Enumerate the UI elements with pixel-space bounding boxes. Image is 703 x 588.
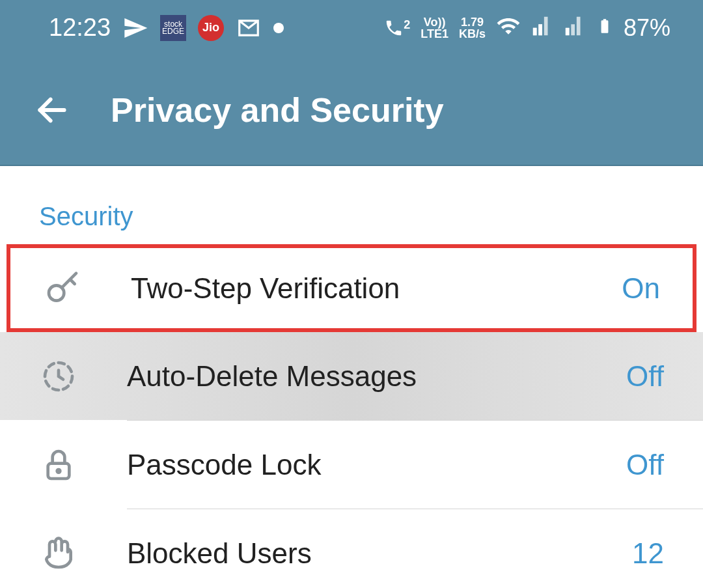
wifi-icon: [496, 14, 521, 42]
back-button[interactable]: [33, 91, 72, 130]
setting-label: Passcode Lock: [127, 449, 626, 481]
telegram-icon: [122, 15, 148, 41]
volte-indicator: Vo)) LTE1: [420, 16, 448, 40]
signal-icon-2: [564, 15, 586, 41]
arrow-left-icon: [34, 92, 70, 128]
setting-value: Off: [626, 360, 664, 393]
key-icon: [43, 269, 82, 308]
jio-icon: Jio: [198, 15, 224, 41]
page-title: Privacy and Security: [111, 91, 444, 130]
stockedge-icon: stock EDGE: [160, 15, 186, 41]
hand-icon: [39, 534, 78, 573]
setting-auto-delete-messages[interactable]: Auto-Delete Messages Off: [0, 332, 703, 420]
content: Security Two-Step Verification On Auto-D…: [0, 166, 703, 588]
svg-point-4: [57, 469, 61, 473]
notification-dot-icon: [273, 23, 284, 33]
lock-icon: [39, 445, 78, 484]
battery-icon: [596, 13, 613, 43]
network-speed: 1.79 KB/s: [459, 16, 486, 40]
battery-percent: 87%: [624, 14, 670, 42]
gmail-icon: [236, 15, 262, 41]
signal-icon-1: [531, 15, 553, 41]
setting-label: Auto-Delete Messages: [127, 360, 626, 393]
setting-label: Blocked Users: [127, 537, 632, 570]
status-bar-right: 2 Vo)) LTE1 1.79 KB/s 87%: [384, 13, 670, 43]
app-bar: Privacy and Security: [0, 55, 703, 166]
status-bar-left: 12:23 stock EDGE Jio: [49, 14, 284, 42]
setting-label: Two-Step Verification: [131, 272, 622, 305]
setting-value: On: [622, 272, 660, 305]
section-header-security: Security: [0, 166, 703, 244]
timer-icon: [39, 357, 78, 396]
setting-passcode-lock[interactable]: Passcode Lock Off: [0, 421, 703, 509]
setting-two-step-verification[interactable]: Two-Step Verification On: [7, 244, 696, 332]
status-bar: 12:23 stock EDGE Jio 2 Vo)) LTE1 1.79 KB…: [0, 0, 703, 55]
status-time: 12:23: [49, 14, 111, 42]
setting-value: Off: [626, 449, 664, 481]
setting-blocked-users[interactable]: Blocked Users 12: [0, 509, 703, 588]
call-icon: 2: [384, 18, 410, 38]
setting-value: 12: [632, 537, 664, 570]
